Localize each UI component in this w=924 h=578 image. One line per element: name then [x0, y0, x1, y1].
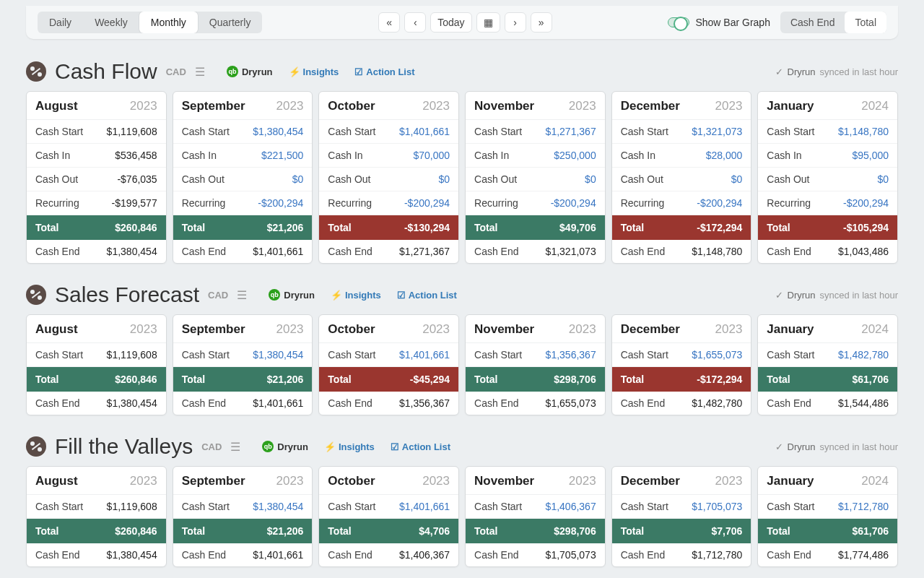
data-row[interactable]: Recurring-$200,294 — [466, 191, 605, 215]
insights-link[interactable]: ⚡Insights — [324, 441, 375, 452]
total-cash-end-button[interactable]: Cash End — [780, 12, 845, 33]
data-row[interactable]: Cash In$70,000 — [319, 144, 458, 168]
month-card[interactable]: November2023 Cash Start$1,271,367Cash In… — [465, 91, 606, 264]
data-row[interactable]: Cash Out$0 — [173, 168, 313, 191]
data-row[interactable]: Cash Start$1,655,073 — [612, 343, 751, 367]
cash-end-row[interactable]: Cash End$1,774,486 — [758, 543, 897, 566]
total-row[interactable]: Total-$172,294 — [612, 215, 751, 240]
integration-badge[interactable]: qbDryrun — [227, 66, 273, 77]
nav-prev-button[interactable]: ‹ — [404, 12, 426, 33]
total-row[interactable]: Total-$105,294 — [758, 215, 897, 240]
cash-end-row[interactable]: Cash End$1,401,661 — [173, 543, 313, 566]
cash-end-row[interactable]: Cash End$1,271,367 — [319, 240, 458, 263]
data-row[interactable]: Cash Start$1,148,780 — [758, 120, 897, 144]
nav-calendar-button[interactable]: ▦ — [476, 12, 500, 33]
cash-end-row[interactable]: Cash End$1,406,367 — [319, 543, 458, 566]
month-card[interactable]: September2023 Cash Start$1,380,454Cash I… — [173, 91, 313, 264]
total-row[interactable]: Total-$172,294 — [612, 367, 751, 392]
data-row[interactable]: Recurring-$199,577 — [27, 191, 166, 215]
cash-end-row[interactable]: Cash End$1,544,486 — [758, 392, 897, 415]
data-row[interactable]: Cash Start$1,356,367 — [466, 343, 605, 367]
cash-end-row[interactable]: Cash End$1,655,073 — [466, 392, 605, 415]
data-row[interactable]: Cash Start$1,705,073 — [612, 495, 751, 519]
data-row[interactable]: Cash In$536,458 — [27, 144, 166, 168]
month-card[interactable]: December2023 Cash Start$1,655,073 Total-… — [611, 314, 752, 415]
integration-badge[interactable]: qbDryrun — [269, 289, 315, 301]
cash-end-row[interactable]: Cash End$1,401,661 — [173, 240, 313, 263]
total-row[interactable]: Total$298,706 — [466, 519, 605, 543]
section-menu-icon[interactable]: ☰ — [230, 440, 240, 454]
data-row[interactable]: Recurring-$200,294 — [319, 191, 458, 215]
total-row[interactable]: Total$260,846 — [27, 519, 166, 543]
cash-end-row[interactable]: Cash End$1,043,486 — [758, 240, 897, 263]
data-row[interactable]: Cash Start$1,119,608 — [27, 343, 166, 367]
data-row[interactable]: Cash Out-$76,035 — [27, 168, 166, 191]
month-card[interactable]: September2023 Cash Start$1,380,454 Total… — [173, 466, 313, 567]
data-row[interactable]: Cash Start$1,321,073 — [612, 120, 751, 144]
data-row[interactable]: Cash Out$0 — [758, 168, 897, 191]
insights-link[interactable]: ⚡Insights — [289, 66, 339, 77]
data-row[interactable]: Cash Start$1,119,608 — [27, 120, 166, 144]
total-row[interactable]: Total$298,706 — [466, 367, 605, 392]
month-card[interactable]: October2023 Cash Start$1,401,661Cash In$… — [318, 91, 459, 264]
data-row[interactable]: Cash Start$1,380,454 — [173, 120, 313, 144]
total-row[interactable]: Total$21,206 — [173, 519, 313, 543]
month-card[interactable]: October2023 Cash Start$1,401,661 Total$4… — [318, 466, 459, 567]
nav-first-button[interactable]: « — [378, 12, 400, 33]
total-row[interactable]: Total$21,206 — [173, 367, 313, 392]
data-row[interactable]: Recurring-$200,294 — [758, 191, 897, 215]
cash-end-row[interactable]: Cash End$1,380,454 — [27, 392, 166, 415]
data-row[interactable]: Cash Out$0 — [612, 168, 751, 191]
total-row[interactable]: Total$4,706 — [319, 519, 458, 543]
month-card[interactable]: January2024 Cash Start$1,712,780 Total$6… — [757, 466, 898, 567]
data-row[interactable]: Cash In$221,500 — [173, 144, 313, 168]
data-row[interactable]: Cash Start$1,119,608 — [27, 495, 166, 519]
period-daily[interactable]: Daily — [38, 12, 83, 33]
data-row[interactable]: Cash Start$1,401,661 — [319, 120, 458, 144]
total-row[interactable]: Total-$130,294 — [319, 215, 458, 240]
month-card[interactable]: January2024 Cash Start$1,148,780Cash In$… — [757, 91, 898, 264]
month-card[interactable]: August2023 Cash Start$1,119,608 Total$26… — [26, 314, 167, 415]
data-row[interactable]: Cash In$250,000 — [466, 144, 605, 168]
month-card[interactable]: October2023 Cash Start$1,401,661 Total-$… — [318, 314, 459, 415]
data-row[interactable]: Cash Start$1,401,661 — [319, 495, 458, 519]
data-row[interactable]: Recurring-$200,294 — [612, 191, 751, 215]
cash-end-row[interactable]: Cash End$1,712,780 — [612, 543, 751, 566]
data-row[interactable]: Cash Start$1,401,661 — [319, 343, 458, 367]
data-row[interactable]: Cash Start$1,406,367 — [466, 495, 605, 519]
total-row[interactable]: Total$7,706 — [612, 519, 751, 543]
cash-end-row[interactable]: Cash End$1,380,454 — [27, 240, 166, 263]
data-row[interactable]: Cash Start$1,380,454 — [173, 495, 313, 519]
data-row[interactable]: Cash Out$0 — [319, 168, 458, 191]
total-row[interactable]: Total$260,846 — [27, 215, 166, 240]
month-card[interactable]: August2023 Cash Start$1,119,608 Total$26… — [26, 466, 167, 567]
cash-end-row[interactable]: Cash End$1,705,073 — [466, 543, 605, 566]
month-card[interactable]: November2023 Cash Start$1,406,367 Total$… — [465, 466, 606, 567]
period-weekly[interactable]: Weekly — [83, 12, 139, 33]
nav-last-button[interactable]: » — [531, 12, 552, 33]
action-list-link[interactable]: ☑Action List — [391, 441, 450, 452]
total-row[interactable]: Total$49,706 — [466, 215, 605, 240]
action-list-link[interactable]: ☑Action List — [397, 290, 457, 301]
data-row[interactable]: Cash In$28,000 — [612, 144, 751, 168]
data-row[interactable]: Recurring-$200,294 — [173, 191, 313, 215]
month-card[interactable]: September2023 Cash Start$1,380,454 Total… — [173, 314, 313, 415]
cash-end-row[interactable]: Cash End$1,148,780 — [612, 240, 751, 263]
month-card[interactable]: January2024 Cash Start$1,482,780 Total$6… — [757, 314, 898, 415]
cash-end-row[interactable]: Cash End$1,321,073 — [466, 240, 605, 263]
show-bar-graph-toggle[interactable] — [668, 17, 689, 27]
month-card[interactable]: August2023 Cash Start$1,119,608Cash In$5… — [26, 91, 167, 264]
month-card[interactable]: November2023 Cash Start$1,356,367 Total$… — [465, 314, 606, 415]
data-row[interactable]: Cash Start$1,380,454 — [173, 343, 313, 367]
cash-end-row[interactable]: Cash End$1,356,367 — [319, 392, 458, 415]
cash-end-row[interactable]: Cash End$1,482,780 — [612, 392, 751, 415]
period-quarterly[interactable]: Quarterly — [198, 12, 263, 33]
cash-end-row[interactable]: Cash End$1,380,454 — [27, 543, 166, 566]
data-row[interactable]: Cash In$95,000 — [758, 144, 897, 168]
total-row[interactable]: Total$61,706 — [758, 519, 897, 543]
data-row[interactable]: Cash Start$1,271,367 — [466, 120, 605, 144]
total-row[interactable]: Total-$45,294 — [319, 367, 458, 392]
nav-next-button[interactable]: › — [505, 12, 526, 33]
section-menu-icon[interactable]: ☰ — [237, 288, 247, 302]
total-row[interactable]: Total$21,206 — [173, 215, 313, 240]
